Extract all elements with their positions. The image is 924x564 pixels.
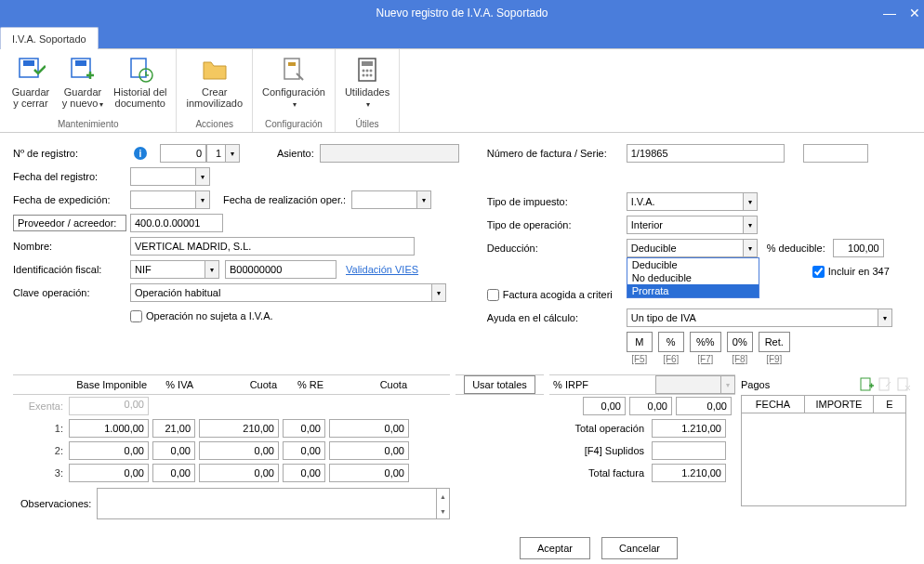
- usar-totales-button[interactable]: Usar totales: [464, 375, 535, 394]
- info-icon[interactable]: i: [134, 147, 147, 160]
- ded-select[interactable]: [627, 239, 743, 257]
- r3-base[interactable]: [69, 464, 149, 482]
- r3-re[interactable]: [283, 464, 325, 482]
- n-registro-label: Nº de registro:: [13, 148, 130, 159]
- ayuda-select[interactable]: [627, 308, 878, 327]
- svg-point-10: [363, 70, 365, 72]
- close-button[interactable]: ✕: [909, 6, 920, 20]
- pagos-label: Pagos: [741, 379, 770, 390]
- r1-base[interactable]: [69, 419, 149, 438]
- ayuda-drop[interactable]: ▾: [878, 308, 892, 327]
- tipo-op-select[interactable]: [627, 216, 743, 234]
- r2-re[interactable]: [283, 441, 325, 460]
- fecha-real-input[interactable]: [351, 190, 416, 209]
- tab-iva-soportado[interactable]: I.V.A. Soportado: [0, 27, 99, 49]
- calc-f8-hint: [F8]: [727, 354, 753, 364]
- r2-cuota[interactable]: [199, 441, 279, 460]
- ded-opt-prorrata[interactable]: Prorrata: [627, 284, 759, 297]
- historial-documento-button[interactable]: Historial del documento: [110, 53, 170, 117]
- observaciones-input[interactable]: ▲▼: [97, 488, 450, 519]
- total-op-val[interactable]: [652, 419, 726, 438]
- irpf-b[interactable]: [629, 397, 672, 415]
- proveedor-input[interactable]: [130, 214, 223, 232]
- r1-cuota2[interactable]: [329, 419, 409, 438]
- fecha-registro-input[interactable]: [130, 167, 195, 186]
- factura-criterio-checkbox[interactable]: [487, 289, 499, 301]
- r1-re[interactable]: [283, 419, 325, 438]
- svg-rect-1: [23, 60, 34, 66]
- r2-iva[interactable]: [152, 441, 195, 460]
- clave-select[interactable]: [130, 283, 431, 302]
- obs-spin-up[interactable]: ▲: [437, 489, 449, 504]
- delete-page-icon[interactable]: [896, 377, 911, 392]
- pagos-grid[interactable]: FECHA IMPORTE E: [741, 395, 906, 506]
- idfiscal-tipo-drop[interactable]: ▾: [205, 260, 219, 279]
- asiento-input: [320, 144, 459, 163]
- idfiscal-tipo-select[interactable]: [130, 260, 205, 279]
- suplidos-val[interactable]: [652, 441, 726, 460]
- ded-drop[interactable]: ▾: [743, 239, 758, 257]
- nombre-input[interactable]: [130, 237, 415, 256]
- num-factura-input[interactable]: [627, 144, 785, 163]
- r2-base[interactable]: [69, 441, 149, 460]
- incluir-347-checkbox[interactable]: [812, 266, 825, 278]
- history-icon: [125, 55, 155, 85]
- svg-rect-17: [879, 378, 889, 390]
- irpf-a[interactable]: [583, 397, 626, 415]
- r3-iva[interactable]: [152, 464, 195, 482]
- n-registro-b-input[interactable]: [206, 144, 225, 163]
- calc-m-button[interactable]: M: [627, 332, 653, 352]
- n-registro-a-input[interactable]: [160, 144, 206, 163]
- fecha-registro-drop[interactable]: ▾: [195, 167, 210, 186]
- fecha-exp-input[interactable]: [130, 190, 195, 209]
- ded-opt-deducible[interactable]: Deducible: [627, 258, 759, 271]
- pct-ded-label: % deducible:: [767, 243, 825, 254]
- guardar-nuevo-button[interactable]: Guardar y nuevo▾: [58, 53, 108, 117]
- op-no-sujeta-checkbox[interactable]: [130, 310, 142, 322]
- r1-iva[interactable]: [152, 419, 195, 438]
- r3-cuota2[interactable]: [329, 464, 409, 482]
- obs-spin-down[interactable]: ▼: [437, 504, 449, 518]
- r2-cuota2[interactable]: [329, 441, 409, 460]
- fecha-real-drop[interactable]: ▾: [416, 190, 431, 209]
- tipo-imp-select[interactable]: [627, 192, 743, 211]
- cancelar-button[interactable]: Cancelar: [601, 537, 678, 559]
- vies-link[interactable]: Validación VIES: [346, 264, 418, 275]
- fecha-registro-label: Fecha del registro:: [13, 171, 130, 182]
- calc-pctpct-button[interactable]: %%: [690, 332, 721, 352]
- aceptar-button[interactable]: Aceptar: [520, 537, 590, 559]
- ded-opt-no-deducible[interactable]: No deducible: [627, 271, 759, 284]
- n-registro-b-drop[interactable]: ▾: [225, 144, 240, 163]
- utilidades-button[interactable]: Utilidades▾: [341, 53, 393, 117]
- total-fac-val[interactable]: [652, 464, 726, 482]
- tipo-imp-drop[interactable]: ▾: [743, 192, 758, 211]
- factura-criterio-label: Factura acogida a criteri: [503, 289, 613, 300]
- r3-cuota[interactable]: [199, 464, 279, 482]
- pct-ded-input[interactable]: [833, 239, 884, 257]
- op-no-sujeta-label: Operación no sujeta a I.V.A.: [146, 310, 273, 321]
- r1-cuota[interactable]: [199, 419, 279, 438]
- calc-0pct-button[interactable]: 0%: [727, 332, 753, 352]
- clave-drop[interactable]: ▾: [431, 283, 446, 302]
- ribbon-group-configuracion: Configuración: [265, 117, 323, 132]
- configuracion-button[interactable]: Configuración▾: [258, 53, 329, 117]
- minimize-button[interactable]: —: [883, 6, 896, 20]
- col-re: % RE: [283, 379, 329, 390]
- add-page-icon[interactable]: [859, 377, 874, 392]
- tipo-op-drop[interactable]: ▾: [743, 216, 758, 234]
- serie-input[interactable]: [803, 144, 868, 163]
- idfiscal-num-input[interactable]: [225, 260, 337, 279]
- calculator-icon: [352, 55, 382, 85]
- guardar-cerrar-button[interactable]: Guardar y cerrar: [6, 53, 56, 117]
- calc-f9-hint: [F9]: [759, 354, 790, 364]
- calc-pct-button[interactable]: %: [658, 332, 684, 352]
- edit-page-icon[interactable]: [878, 377, 892, 392]
- ded-dropdown-popup[interactable]: Deducible No deducible Prorrata: [627, 257, 759, 298]
- fecha-exp-drop[interactable]: ▾: [195, 190, 210, 209]
- irpf-select: [655, 375, 720, 394]
- crear-inmovilizado-button[interactable]: Crear inmovilizado: [182, 53, 246, 117]
- calc-f6-hint: [F6]: [658, 354, 684, 364]
- calc-ret-button[interactable]: Ret.: [759, 332, 790, 352]
- irpf-c[interactable]: [676, 397, 732, 415]
- proveedor-label[interactable]: Proveedor / acreedor:: [13, 215, 126, 231]
